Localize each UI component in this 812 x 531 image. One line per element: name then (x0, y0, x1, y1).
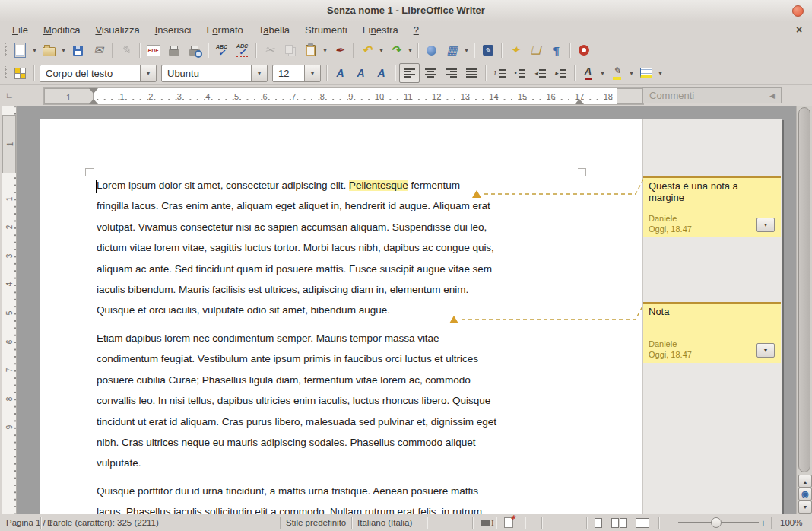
vertical-scrollbar[interactable]: ▲ ◉ ▼ (796, 106, 812, 514)
comment-author: Daniele (649, 214, 677, 223)
zoom-in-button[interactable]: + (760, 514, 766, 531)
zoom-out-button[interactable]: − (667, 514, 673, 531)
page-number-status[interactable]: Pagina 1 / 1 (6, 514, 52, 531)
page-style-status[interactable]: Stile predefinito (286, 514, 346, 531)
insert-mode-icon (481, 520, 490, 526)
view-single-page-button[interactable] (595, 514, 602, 531)
multi-page-icon (611, 518, 619, 528)
previous-page-button[interactable]: ▲ (798, 475, 812, 488)
word-count-status[interactable]: Parole (caratteri): 325 (2211) (47, 514, 159, 531)
comment-text[interactable]: Nota (649, 306, 776, 317)
scrollbar-thumb[interactable] (798, 107, 810, 472)
view-book-button[interactable] (636, 514, 649, 531)
unsaved-changes-status[interactable] (504, 514, 513, 531)
comment-timestamp: Oggi, 18.47 (649, 350, 692, 359)
comment-note-2[interactable]: Nota Daniele Oggi, 18.47 ▾ (643, 302, 781, 363)
chevron-down-icon: ▾ (764, 221, 767, 228)
language-status[interactable]: Italiano (Italia) (357, 514, 412, 531)
comment-author: Daniele (649, 339, 677, 348)
double-arrow-down-icon: ▼ (803, 504, 808, 510)
double-arrow-up-icon: ▲ (803, 479, 808, 485)
navigation-dot-icon: ◉ (801, 490, 809, 498)
comment-menu-button[interactable]: ▾ (756, 343, 775, 358)
comment-note-1[interactable]: Questa è una nota a margine Daniele Oggi… (643, 176, 781, 237)
chevron-down-icon: ▾ (764, 347, 767, 354)
zoom-slider-tick (690, 517, 690, 527)
navigate-by-button[interactable]: ◉ (798, 488, 812, 501)
status-bar: Pagina 1 / 1 Parole (caratteri): 325 (22… (0, 514, 812, 531)
comment-text[interactable]: Questa è una nota a margine (649, 180, 776, 203)
libreoffice-writer-window: Senza nome 1 - LibreOffice Writer File M… (0, 0, 812, 531)
unsaved-document-icon (504, 517, 513, 528)
zoom-slider-knob[interactable] (711, 517, 722, 528)
zoom-level-status[interactable]: 100% (780, 514, 802, 531)
next-page-button[interactable]: ▼ (798, 501, 812, 514)
comment-timestamp: Oggi, 18.47 (649, 224, 692, 234)
comment-menu-button[interactable]: ▾ (756, 218, 775, 232)
single-page-icon (595, 518, 602, 528)
view-multi-page-button[interactable] (611, 514, 627, 531)
insert-mode-status[interactable]: I (481, 514, 494, 531)
book-view-icon (636, 518, 649, 528)
